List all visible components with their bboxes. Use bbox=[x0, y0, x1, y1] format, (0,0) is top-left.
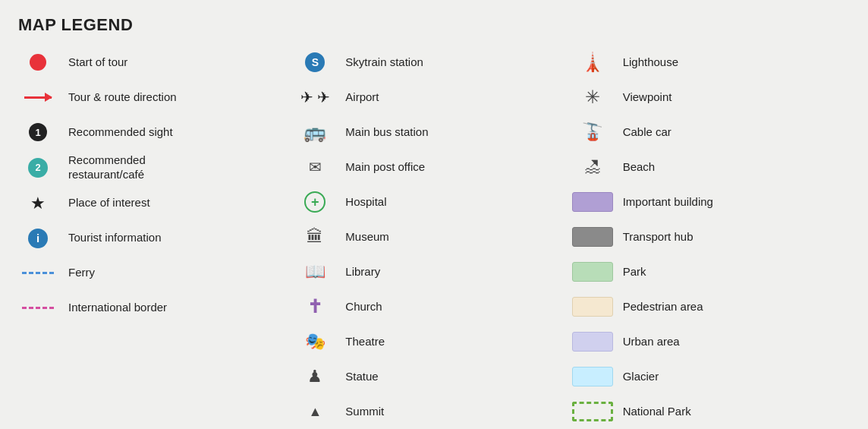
list-item: National Park bbox=[573, 398, 850, 425]
legend-col-2: S Skytrain station ✈ ✈ Airport 🚌 Main bu… bbox=[295, 49, 572, 425]
list-item: International border bbox=[18, 295, 295, 322]
list-item: 🚡 Cable car bbox=[573, 118, 850, 146]
theatre-label: Theatre bbox=[345, 335, 385, 349]
skytrain-label: Skytrain station bbox=[345, 55, 423, 70]
list-item: 📖 Library bbox=[295, 258, 572, 285]
cable-car-icon: 🚡 bbox=[573, 122, 612, 142]
intl-border-label: International border bbox=[68, 301, 167, 315]
museum-icon: 🏛 bbox=[295, 227, 335, 247]
intl-border-icon bbox=[18, 307, 58, 309]
recommended-restaurant-label: Recommendedrestaurant/café bbox=[68, 153, 146, 182]
list-item: ✳ Viewpoint bbox=[573, 84, 850, 111]
viewpoint-label: Viewpoint bbox=[623, 90, 672, 105]
glacier-swatch bbox=[573, 367, 612, 386]
recommended-restaurant-icon: 2 bbox=[18, 158, 58, 178]
map-legend: MAP LEGEND Start of tour Tour & route di… bbox=[18, 15, 850, 425]
recommended-sight-label: Recommended sight bbox=[68, 125, 173, 140]
library-icon: 📖 bbox=[295, 262, 335, 282]
summit-label: Summit bbox=[345, 405, 384, 419]
list-item: 1 Recommended sight bbox=[18, 118, 295, 146]
airport-label: Airport bbox=[345, 90, 379, 105]
pedestrian-area-swatch bbox=[573, 297, 612, 317]
list-item: 🚌 Main bus station bbox=[295, 118, 572, 146]
bus-station-label: Main bus station bbox=[345, 125, 428, 140]
park-label: Park bbox=[623, 265, 646, 279]
statue-icon: ♟ bbox=[295, 367, 335, 386]
list-item: Important building bbox=[573, 188, 850, 216]
list-item: ★ Place of interest bbox=[18, 190, 295, 217]
list-item: 🏖 Beach bbox=[573, 153, 850, 181]
place-of-interest-icon: ★ bbox=[18, 195, 58, 212]
urban-area-label: Urban area bbox=[623, 335, 680, 349]
list-item: ♟ Statue bbox=[295, 363, 572, 390]
transport-hub-label: Transport hub bbox=[623, 230, 693, 244]
list-item: Tour & route direction bbox=[18, 84, 295, 111]
list-item: Ferry bbox=[18, 260, 295, 287]
hospital-icon: + bbox=[295, 191, 335, 213]
list-item: Start of tour bbox=[18, 49, 295, 76]
recommended-sight-icon: 1 bbox=[18, 123, 58, 141]
important-building-swatch bbox=[573, 192, 612, 212]
legend-col-1: Start of tour Tour & route direction 1 R… bbox=[18, 49, 295, 425]
urban-area-swatch bbox=[573, 332, 612, 352]
list-item: ✝ Church bbox=[295, 293, 572, 320]
theatre-icon: 🎭 bbox=[295, 332, 335, 352]
list-item: ▲ Summit bbox=[295, 398, 572, 425]
summit-icon: ▲ bbox=[295, 404, 335, 420]
beach-label: Beach bbox=[623, 160, 656, 175]
list-item: i Tourist information bbox=[18, 225, 295, 252]
place-of-interest-label: Place of interest bbox=[68, 196, 150, 210]
list-item: 2 Recommendedrestaurant/café bbox=[18, 153, 295, 182]
start-of-tour-icon bbox=[18, 54, 58, 71]
park-swatch bbox=[573, 262, 612, 282]
list-item: Urban area bbox=[573, 328, 850, 355]
museum-label: Museum bbox=[345, 230, 389, 244]
transport-hub-swatch bbox=[573, 227, 612, 247]
list-item: 🗼 Lighthouse bbox=[573, 49, 850, 76]
viewpoint-icon: ✳ bbox=[573, 87, 612, 108]
post-office-icon: ✉ bbox=[295, 158, 335, 176]
national-park-swatch bbox=[573, 402, 612, 421]
lighthouse-label: Lighthouse bbox=[623, 55, 678, 70]
statue-label: Statue bbox=[345, 370, 378, 384]
hospital-label: Hospital bbox=[345, 195, 386, 210]
skytrain-icon: S bbox=[295, 52, 335, 72]
bus-station-icon: 🚌 bbox=[295, 121, 335, 143]
list-item: + Hospital bbox=[295, 188, 572, 216]
list-item: S Skytrain station bbox=[295, 49, 572, 76]
list-item: Transport hub bbox=[573, 223, 850, 251]
list-item: Glacier bbox=[573, 363, 850, 390]
church-label: Church bbox=[345, 300, 382, 314]
list-item: Pedestrian area bbox=[573, 293, 850, 320]
list-item: Park bbox=[573, 258, 850, 285]
list-item: 🎭 Theatre bbox=[295, 328, 572, 355]
library-label: Library bbox=[345, 265, 380, 279]
list-item: ✉ Main post office bbox=[295, 153, 572, 181]
beach-icon: 🏖 bbox=[573, 157, 612, 177]
airport-icon: ✈ ✈ bbox=[295, 88, 335, 106]
ferry-icon bbox=[18, 272, 58, 274]
important-building-label: Important building bbox=[623, 195, 713, 210]
cable-car-label: Cable car bbox=[623, 125, 671, 140]
tour-route-label: Tour & route direction bbox=[68, 90, 177, 105]
lighthouse-icon: 🗼 bbox=[573, 52, 612, 73]
glacier-label: Glacier bbox=[623, 370, 659, 384]
pedestrian-area-label: Pedestrian area bbox=[623, 300, 703, 314]
tour-route-icon bbox=[18, 96, 58, 99]
list-item: ✈ ✈ Airport bbox=[295, 84, 572, 111]
ferry-label: Ferry bbox=[68, 266, 95, 280]
church-icon: ✝ bbox=[295, 298, 335, 316]
tourist-info-icon: i bbox=[18, 229, 58, 248]
post-office-label: Main post office bbox=[345, 160, 425, 175]
list-item: 🏛 Museum bbox=[295, 223, 572, 251]
start-of-tour-label: Start of tour bbox=[68, 55, 127, 70]
national-park-label: National Park bbox=[623, 405, 691, 419]
legend-col-3: 🗼 Lighthouse ✳ Viewpoint 🚡 Cable car 🏖 bbox=[573, 49, 850, 425]
legend-title: MAP LEGEND bbox=[18, 15, 850, 35]
tourist-info-label: Tourist information bbox=[68, 231, 162, 245]
